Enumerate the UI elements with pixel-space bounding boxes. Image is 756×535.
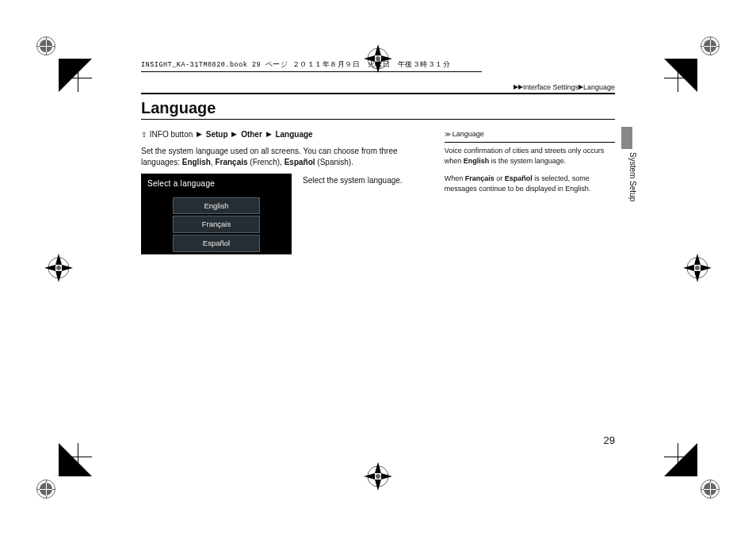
svg-marker-21	[375, 480, 381, 491]
body-text-bold: Français	[215, 158, 247, 166]
side-column: ≫Language Voice confirmation of cities a…	[445, 129, 615, 254]
nav-step: Language	[275, 130, 312, 139]
triangle-right-icon: ▶	[514, 83, 518, 90]
svg-marker-23	[381, 473, 392, 480]
svg-marker-4	[44, 265, 55, 271]
main-column: ⇪ INFO button ▶ Setup ▶ Other ▶ Language…	[141, 129, 427, 254]
svg-marker-2	[55, 254, 62, 265]
nav-path: ⇪ INFO button ▶ Setup ▶ Other ▶ Language	[141, 129, 427, 141]
body-text: (Spanish).	[315, 158, 353, 166]
device-screenshot: Select a language English Français Españ…	[141, 174, 292, 254]
body-text: (French),	[248, 158, 284, 166]
side-text: is the system language.	[489, 157, 566, 165]
trim-line-icon	[664, 457, 696, 457]
content-area: INSIGHT_KA-31TM8820.book 29 ページ ２０１１年８月９…	[141, 60, 615, 457]
trim-line-icon	[60, 457, 92, 457]
triangle-right-icon: ▶	[518, 83, 523, 90]
svg-marker-20	[375, 462, 381, 473]
screenshot-option: Français	[173, 216, 260, 233]
triangle-right-icon: ▶	[231, 130, 237, 138]
side-text-bold: Español	[505, 174, 533, 182]
side-text: When	[445, 174, 465, 182]
section-heading: Language	[141, 99, 615, 117]
trim-line-icon	[78, 443, 78, 475]
crop-mark-icon	[686, 22, 734, 70]
side-text: When Français or Español is selected, so…	[445, 174, 615, 195]
crop-mark-icon	[686, 465, 734, 513]
sidebox-heading: ≫Language	[445, 129, 615, 143]
breadcrumb-l1: Interface Settings	[523, 83, 578, 91]
reference-icon: ≫	[445, 131, 451, 138]
svg-marker-11	[701, 265, 712, 271]
triangle-right-icon: ▶	[266, 130, 272, 138]
trim-line-icon	[678, 60, 678, 92]
nav-step: Other	[241, 130, 262, 139]
triangle-right-icon: ▶	[197, 130, 202, 138]
screenshot-title: Select a language	[147, 178, 215, 190]
trim-line-icon	[60, 78, 92, 78]
instruction-text: Select the system language.	[303, 174, 403, 254]
breadcrumb: ▶▶Interface Settings▶Language	[141, 83, 615, 91]
body-text: Set the system language used on all scre…	[141, 146, 427, 169]
svg-point-7	[695, 266, 700, 270]
trim-line-icon	[678, 443, 678, 475]
compass-mark-icon	[680, 250, 715, 285]
svg-marker-5	[62, 265, 73, 271]
side-text: Voice confirmation of cities and streets…	[445, 146, 615, 167]
nav-prefix: INFO button	[150, 130, 193, 139]
source-file-meta: INSIGHT_KA-31TM8820.book 29 ページ ２０１１年８月９…	[141, 60, 482, 72]
svg-point-19	[376, 474, 380, 479]
compass-mark-icon	[361, 459, 395, 494]
section-thumb-tab	[621, 127, 632, 149]
screenshot-option: English	[173, 197, 260, 215]
body-text-bold: Español	[284, 158, 315, 166]
side-text: or	[494, 174, 505, 182]
svg-marker-22	[364, 473, 375, 480]
compass-mark-icon	[41, 250, 76, 285]
divider	[141, 93, 615, 94]
page-number: 29	[604, 434, 615, 446]
svg-marker-3	[55, 271, 62, 282]
crop-mark-icon	[22, 22, 70, 70]
svg-marker-14	[375, 44, 381, 55]
side-text-bold: Français	[465, 174, 494, 182]
svg-marker-9	[694, 271, 701, 282]
trim-line-icon	[78, 60, 78, 92]
manual-page: INSIGHT_KA-31TM8820.book 29 ページ ２０１１年８月９…	[0, 0, 756, 535]
divider	[141, 119, 615, 120]
sidebox-heading-text: Language	[452, 130, 484, 138]
svg-point-1	[56, 266, 61, 270]
triangle-right-icon: ▶	[578, 83, 583, 90]
section-side-label: System Setup	[628, 152, 637, 201]
svg-marker-8	[694, 254, 701, 265]
side-text-bold: English	[464, 157, 490, 165]
crop-mark-icon	[22, 465, 70, 513]
svg-marker-10	[683, 265, 694, 271]
body-text-bold: English	[182, 158, 211, 166]
trim-line-icon	[664, 78, 696, 78]
breadcrumb-l2: Language	[583, 83, 615, 91]
nav-step: Setup	[206, 130, 228, 139]
joystick-icon: ⇪	[141, 131, 147, 139]
screenshot-option: Español	[173, 235, 260, 252]
